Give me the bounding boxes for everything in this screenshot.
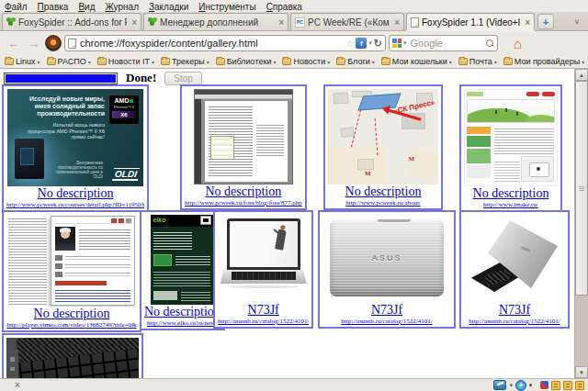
map-building	[341, 127, 355, 137]
bookmark-folder[interactable]: Новости▾	[282, 57, 330, 66]
vertical-scrollbar[interactable]: ▲ ▼	[574, 69, 588, 378]
search-magnifier-icon[interactable]	[485, 39, 494, 48]
addon-round-icon[interactable]: +	[515, 380, 526, 391]
thumbnail-map[interactable]: «СК Пресс» М М	[328, 89, 438, 184]
search-engine-dropdown-icon[interactable]: ▾	[403, 39, 407, 47]
home-button[interactable]: ⌂	[514, 37, 522, 50]
thumbnail-amd-ad[interactable]: Исследуй новые миры,имея солидный запасп…	[7, 89, 143, 186]
folder-icon	[47, 58, 56, 65]
bookmark-label: Новости	[293, 57, 325, 66]
menu-item[interactable]: Справка	[266, 2, 302, 12]
thumbnail-caption-link[interactable]: No description	[205, 185, 281, 198]
scroll-up-button[interactable]: ▲	[575, 69, 588, 81]
foxyspider-gallery-page: Done! Stop Исследуй новые миры,имея соли…	[0, 69, 574, 378]
thumbnail-source-url-link[interactable]: http://www.elko.ru/ru/news	[147, 319, 218, 327]
statusbar-close-icon[interactable]: ×	[15, 381, 20, 390]
menu-item[interactable]: Правка	[38, 2, 69, 12]
bookmark-folder[interactable]: РАСПО▾	[47, 57, 91, 66]
addon-dropdown-icon[interactable]: ▾	[509, 382, 513, 389]
bookmark-star-icon[interactable]: ☆	[345, 39, 354, 49]
menu-item[interactable]: Вид	[78, 2, 95, 12]
addon-yellow-icon-3[interactable]	[575, 381, 584, 390]
thumbnail-caption-link[interactable]: N73Jf	[248, 304, 279, 317]
tab-close-icon[interactable]: ×	[392, 17, 400, 28]
chevron-down-icon: ▾	[372, 59, 375, 65]
chevron-down-icon: ▾	[449, 59, 452, 65]
bookmark-folder[interactable]: Мои провайдеры▾	[503, 57, 584, 66]
tab[interactable]: PCPC Week/RE («Компьютерная нед...×	[290, 13, 404, 30]
menu-item[interactable]: Файл	[5, 2, 28, 12]
tab[interactable]: FoxySpider :: Add-ons for Firefox×	[2, 13, 141, 30]
google-logo-icon[interactable]	[392, 39, 401, 48]
bookmark-folder[interactable]: Новости IT▾	[97, 57, 154, 66]
thumbnail-caption-link[interactable]: N73Jf	[499, 304, 530, 317]
tab[interactable]: Менеджер дополнений×	[143, 13, 288, 30]
menu-item[interactable]: Журнал	[105, 2, 139, 12]
thumbnail-caption-link[interactable]: No description	[345, 185, 422, 198]
text-lines	[494, 160, 520, 182]
back-button[interactable]: ←	[5, 35, 22, 52]
urlbar-dropdown-icon[interactable]: ▾	[368, 39, 372, 47]
tab-close-icon[interactable]: ×	[277, 17, 284, 28]
new-tab-button[interactable]: +	[537, 14, 554, 29]
thumbnail-caption-link[interactable]: No description	[473, 187, 549, 200]
addon-proxy-icon[interactable]	[493, 380, 506, 390]
progress-fill	[6, 74, 116, 83]
thumbnail-caption-link[interactable]: No description	[144, 306, 220, 318]
share-badge-icon[interactable]: f	[356, 38, 367, 49]
url-bar[interactable]: ☆ f ▾ ↻	[64, 35, 386, 51]
addon-yellow-icon-1[interactable]	[551, 381, 560, 390]
forward-button[interactable]: →	[25, 35, 42, 52]
tab-close-icon[interactable]: ×	[130, 17, 137, 28]
thumbnail-source-url-link[interactable]: http://asusnb.ru/catalog/1522/4101/	[218, 318, 309, 325]
tab-close-icon[interactable]: ×	[523, 17, 530, 28]
chevron-down-icon: ▾	[152, 59, 154, 65]
addon-colored-icon[interactable]	[540, 381, 548, 389]
reload-icon[interactable]: ↻	[374, 38, 382, 50]
gallery-cell: No descriptionhttp://www.imake.ru/	[459, 84, 562, 212]
bookmark-folder[interactable]: Трекеры▾	[161, 57, 209, 66]
elko-logo: elko	[153, 217, 165, 223]
search-input[interactable]	[409, 37, 483, 50]
gallery-cell: N73Jfhttp://asusnb.ru/catalog/1522/4101/	[213, 210, 313, 329]
bookmark-label: Почта	[469, 57, 492, 66]
thumbnail-elko-shot[interactable]: elko	[151, 215, 213, 305]
thumbnail-source-url-link[interactable]: http://asusnb.ru/catalog/1522/4101/	[469, 318, 560, 325]
bookmark-folder[interactable]: Блоги▾	[336, 57, 375, 66]
thumbnail-laptop-angle[interactable]	[464, 215, 565, 303]
bookmark-folder[interactable]: Linux▾	[5, 57, 40, 66]
thumbnail-source-url-link[interactable]: http://www.pcweek.ru/about/	[345, 199, 421, 207]
thumbnail-caption-link[interactable]: N73Jf	[371, 304, 402, 317]
thumbnail-source-url-link[interactable]: http://www.pcweek.ru/courses/detail.php?…	[6, 201, 144, 208]
thumbnail-laptop-top[interactable]: ASUS	[322, 215, 451, 303]
menu-item[interactable]: Закладки	[149, 2, 188, 12]
thumbnail-document-shot[interactable]	[194, 89, 293, 184]
thumbnail-keyboard-closeup[interactable]	[6, 338, 139, 378]
thumbnail-article-shot[interactable]	[6, 215, 137, 307]
webpage-logo	[467, 92, 483, 96]
scrollbar-thumb[interactable]	[575, 81, 588, 296]
menu-item[interactable]: Инструменты	[198, 2, 255, 12]
search-box[interactable]: ▾	[389, 35, 498, 51]
thumbnail-webpage-shot[interactable]	[464, 89, 558, 186]
addon-yellow-icon-2[interactable]	[563, 381, 572, 390]
stop-button[interactable]: Stop	[164, 72, 202, 85]
thumbnail-source-url-link[interactable]: http://player.vimeo.com/video/13682749?t…	[6, 321, 136, 329]
bookmark-folder[interactable]: Мои кошельки▾	[381, 57, 452, 66]
tab[interactable]: FoxySpider 1.1 (Video+Image) - ht...×	[406, 13, 535, 30]
foxyspider-toolbar-icon[interactable]	[45, 35, 62, 51]
statusbar-addon-icons: ▾ +	[493, 380, 584, 391]
scroll-down-button[interactable]: ▼	[575, 366, 588, 378]
bookmark-folder[interactable]: Библиотеки▾	[216, 57, 277, 66]
bookmark-folder[interactable]: Почта▾	[458, 57, 497, 66]
list-all-tabs-button[interactable]: ˅	[568, 14, 586, 29]
thumbnail-laptop-front[interactable]	[219, 215, 309, 303]
gallery-cell: ASUSN73Jfhttp://asusnb.ru/catalog/1522/4…	[318, 210, 456, 329]
tab-bar: FoxySpider :: Add-ons for Firefox×Менедж…	[0, 12, 588, 31]
thumbnail-caption-link[interactable]: No description	[38, 187, 114, 200]
thumbnail-source-url-link[interactable]: http://www.imake.ru/	[483, 201, 538, 208]
thumbnail-source-url-link[interactable]: http://asusnb.ru/catalog/1522/4101/	[341, 318, 432, 325]
url-input[interactable]	[78, 37, 344, 50]
thumbnail-source-url-link[interactable]: http://www.pcweek.ru/foss/blog/foss/877.…	[185, 199, 302, 207]
thumbnail-caption-link[interactable]: No description	[34, 307, 110, 320]
